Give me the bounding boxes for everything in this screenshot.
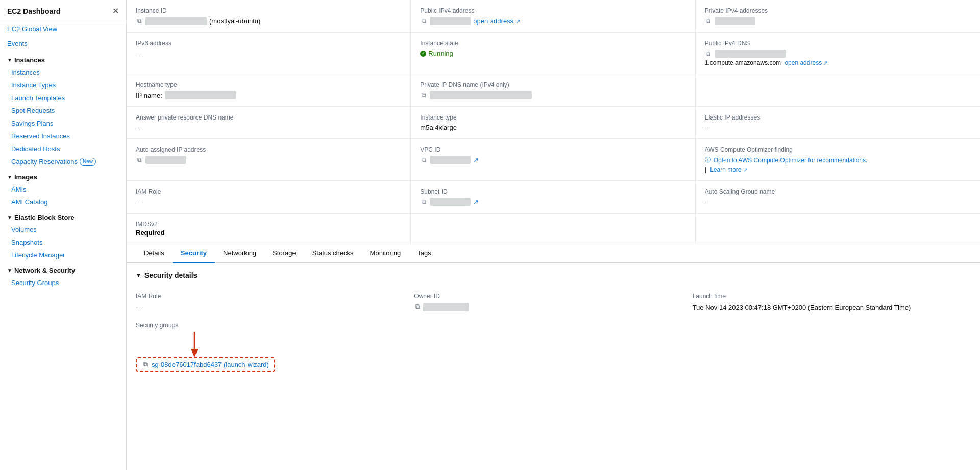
sidebar-section-images[interactable]: ▼ Images: [0, 168, 126, 183]
sidebar-item-volumes[interactable]: Volumes: [0, 223, 126, 236]
sidebar-item-ami-catalog[interactable]: AMI Catalog: [0, 196, 126, 208]
annotation-container: ⧉ sg-08de76017fabd6437 (launch-wizard): [136, 332, 289, 372]
sidebar-item-amis[interactable]: AMIs: [0, 183, 126, 196]
copy-icon[interactable]: ⧉: [420, 156, 427, 163]
instance-id-name: (mostlyai-ubuntu): [209, 17, 260, 25]
optimizer-learn-more-link[interactable]: Learn more: [710, 166, 741, 173]
sidebar-item-snapshots[interactable]: Snapshots: [0, 236, 126, 249]
external-link-icon2: ↗: [823, 60, 828, 66]
vpc-id-value: ⧉ ↗: [420, 156, 685, 164]
sidebar-item-savings-plans[interactable]: Savings Plans: [0, 117, 126, 130]
ipv6-label: IPv6 address: [136, 40, 401, 47]
answer-dns-label: Answer private resource DNS name: [136, 114, 401, 121]
security-section-title[interactable]: ▼ Security details: [136, 271, 971, 279]
sidebar-section-network-security[interactable]: ▼ Network & Security: [0, 262, 126, 276]
vpc-id-blurred: [430, 156, 471, 164]
open-address-link[interactable]: open address ↗: [473, 17, 520, 25]
imdsv2-value: Required: [136, 229, 401, 237]
sidebar-item-capacity-reservations-row: Capacity Reservations New: [0, 155, 126, 168]
detail-cell-subnet-id: Subnet ID ⧉ ↗: [411, 181, 695, 214]
copy-icon[interactable]: ⧉: [420, 17, 427, 25]
sidebar: EC2 Dashboard ✕ EC2 Global View Events ▼…: [0, 0, 127, 470]
vpc-id-label: VPC ID: [420, 146, 685, 153]
sidebar-item-reserved-instances[interactable]: Reserved Instances: [0, 130, 126, 143]
security-section-label: Security details: [144, 271, 198, 279]
chevron-down-icon: ▼: [7, 215, 12, 220]
optimizer-value: ⓘ Opt-in to AWS Compute Optimizer for re…: [705, 156, 971, 165]
detail-cell-empty2: [411, 214, 695, 244]
detail-cell-public-ipv4: Public IPv4 address ⧉ open address ↗: [411, 0, 695, 33]
chevron-down-icon: ▼: [7, 268, 12, 273]
sidebar-item-events[interactable]: Events: [0, 36, 126, 51]
tab-storage[interactable]: Storage: [264, 244, 304, 263]
copy-icon[interactable]: ⧉: [705, 50, 712, 57]
private-ipv4-value: ⧉: [705, 17, 971, 25]
copy-icon[interactable]: ⧉: [705, 17, 712, 25]
sidebar-item-global-view[interactable]: EC2 Global View: [0, 21, 126, 36]
detail-cell-ipv6: IPv6 address –: [127, 33, 411, 74]
close-button[interactable]: ✕: [112, 6, 119, 16]
sidebar-item-instances[interactable]: Instances: [0, 66, 126, 79]
instance-id-blurred: [145, 17, 207, 25]
running-badge: Running: [420, 50, 453, 57]
copy-icon[interactable]: ⧉: [142, 361, 149, 368]
sidebar-item-launch-templates[interactable]: Launch Templates: [0, 91, 126, 104]
subnet-ext-icon[interactable]: ↗: [473, 198, 479, 206]
detail-cell-instance-id: Instance ID ⧉ (mostlyai-ubuntu): [127, 0, 411, 33]
private-ipv4-blurred: [715, 17, 755, 25]
detail-cell-private-ipv4: Private IPv4 addresses ⧉: [696, 0, 980, 33]
sidebar-section-instances[interactable]: ▼ Instances: [0, 51, 126, 66]
tab-networking[interactable]: Networking: [215, 244, 264, 263]
security-group-value: sg-08de76017fabd6437 (launch-wizard): [152, 361, 269, 368]
vpc-ext-icon[interactable]: ↗: [473, 156, 479, 164]
detail-cell-empty1: [696, 74, 980, 107]
copy-icon[interactable]: ⧉: [136, 156, 143, 163]
instance-details-grid: Instance ID ⧉ (mostlyai-ubuntu) Public I…: [127, 0, 980, 244]
public-dns-blurred: [715, 50, 786, 58]
subnet-id-label: Subnet ID: [420, 188, 685, 195]
sidebar-item-security-groups[interactable]: Security Groups: [0, 276, 126, 289]
security-launch-time-value: Tue Nov 14 2023 00:47:18 GMT+0200 (Easte…: [693, 302, 962, 313]
optimizer-separator: |: [705, 166, 706, 173]
instance-state-value: Running: [420, 50, 685, 57]
security-group-link[interactable]: ⧉ sg-08de76017fabd6437 (launch-wizard): [136, 357, 275, 372]
external-link-icon: ↗: [516, 18, 520, 25]
sidebar-title: EC2 Dashboard: [7, 7, 60, 15]
tab-tags[interactable]: Tags: [409, 244, 439, 263]
instance-type-value: m5a.4xlarge: [420, 124, 685, 131]
tab-monitoring[interactable]: Monitoring: [362, 244, 409, 263]
chevron-down-icon: ▼: [7, 174, 12, 180]
detail-cell-auto-assigned-ip: Auto-assigned IP address ⧉: [127, 139, 411, 181]
svg-marker-1: [191, 349, 198, 357]
asg-name-value: –: [705, 198, 971, 205]
copy-icon[interactable]: ⧉: [136, 17, 143, 25]
security-section: ▼ Security details IAM Role – Owner ID ⧉…: [127, 263, 980, 380]
tab-status-checks[interactable]: Status checks: [304, 244, 362, 263]
copy-icon[interactable]: ⧉: [414, 303, 421, 310]
private-ipv4-label: Private IPv4 addresses: [705, 7, 971, 14]
hostname-type-label: Hostname type: [136, 81, 401, 88]
elastic-ip-label: Elastic IP addresses: [705, 114, 971, 121]
new-badge: New: [80, 158, 96, 166]
public-ipv4-blurred: [430, 17, 471, 25]
optimizer-label: AWS Compute Optimizer finding: [705, 146, 971, 153]
asg-name-label: Auto Scaling Group name: [705, 188, 971, 195]
subnet-id-blurred: [430, 198, 471, 206]
sidebar-item-capacity-reservations[interactable]: Capacity Reservations: [11, 158, 78, 166]
sidebar-section-ebs[interactable]: ▼ Elastic Block Store: [0, 208, 126, 223]
copy-icon[interactable]: ⧉: [420, 91, 427, 99]
detail-cell-asg-name: Auto Scaling Group name –: [696, 181, 980, 214]
ipv6-value: –: [136, 50, 401, 57]
open-address-link2[interactable]: open address ↗: [785, 59, 828, 66]
sidebar-item-lifecycle-manager[interactable]: Lifecycle Manager: [0, 249, 126, 262]
running-status-icon: [420, 51, 426, 57]
optimizer-opt-in-link[interactable]: Opt-in to AWS Compute Optimizer for reco…: [714, 157, 868, 164]
sidebar-item-instance-types[interactable]: Instance Types: [0, 79, 126, 91]
sidebar-item-spot-requests[interactable]: Spot Requests: [0, 104, 126, 117]
tab-security[interactable]: Security: [173, 244, 215, 263]
private-dns-value: ⧉: [420, 91, 685, 99]
sidebar-item-dedicated-hosts[interactable]: Dedicated Hosts: [0, 143, 126, 155]
security-grid: IAM Role – Owner ID ⧉ Launch time Tue No…: [136, 288, 971, 318]
copy-icon[interactable]: ⧉: [420, 198, 427, 205]
tab-details[interactable]: Details: [136, 244, 173, 263]
